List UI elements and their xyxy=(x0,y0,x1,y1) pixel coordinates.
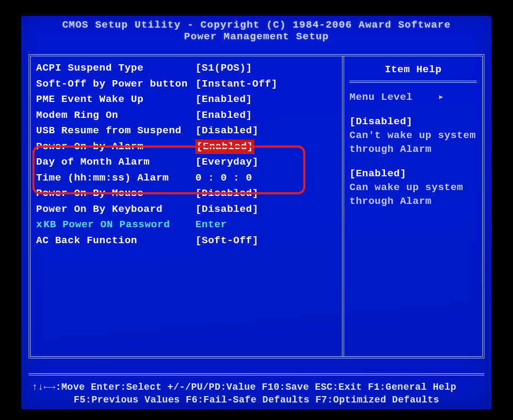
setting-row-disabled: xKB Power ON Password Enter xyxy=(36,217,342,233)
setting-value: [Enabled] xyxy=(195,92,252,107)
setting-row[interactable]: Day of Month Alarm [Everyday] xyxy=(36,155,342,170)
setting-row-selected[interactable]: Power-On by Alarm [Enabled] xyxy=(36,139,342,155)
setting-label: USB Resume from Suspend xyxy=(36,124,189,139)
setting-label: ACPI Suspend Type xyxy=(36,61,189,76)
key-help-row-2: F5:Previous Values F6:Fail-Safe Defaults… xyxy=(29,393,484,406)
disabled-marker-icon: x xyxy=(36,218,44,233)
setting-value: [Disabled] xyxy=(195,202,259,217)
setting-row[interactable]: Time (hh:mm:ss) Alarm 0 : 0 : 0 xyxy=(36,170,342,186)
setting-value: [Instant-Off] xyxy=(195,77,278,92)
setting-label: Power On By Keyboard xyxy=(36,202,189,217)
setting-value: [Disabled] xyxy=(195,124,259,139)
setting-value: [Enabled] xyxy=(195,140,254,155)
setting-label: Soft-Off by Power button xyxy=(36,77,189,92)
setting-label: AC Back Function xyxy=(36,234,189,248)
header: CMOS Setup Utility - Copyright (C) 1984-… xyxy=(21,16,492,47)
bios-screen: CMOS Setup Utility - Copyright (C) 1984-… xyxy=(21,16,492,409)
setting-value: 0 : 0 : 0 xyxy=(195,171,252,186)
item-help-panel: Item Help Menu Level ▸ [Disabled] Can't … xyxy=(344,56,482,356)
help-opt-enabled-head: [Enabled] xyxy=(349,167,477,181)
setting-label: Time (hh:mm:ss) Alarm xyxy=(36,171,189,186)
setting-value: Enter xyxy=(195,218,227,233)
help-opt-disabled-head: [Disabled] xyxy=(349,115,477,128)
key-help-bar: ↑↓←→:Move Enter:Select +/-/PU/PD:Value F… xyxy=(29,373,484,406)
chevron-right-icon: ▸ xyxy=(438,91,444,103)
setting-label: Day of Month Alarm xyxy=(36,155,189,170)
setting-row[interactable]: Power On By Keyboard [Disabled] xyxy=(36,202,342,218)
menu-level-label: Menu Level xyxy=(349,91,413,103)
main-frame: ACPI Suspend Type [S1(POS)] Soft-Off by … xyxy=(29,54,484,358)
setting-row[interactable]: PME Event Wake Up [Enabled] xyxy=(36,92,342,108)
setting-value: [Disabled] xyxy=(195,186,259,201)
setting-value: [Soft-Off] xyxy=(195,234,259,248)
setting-row[interactable]: ACPI Suspend Type [S1(POS)] xyxy=(36,61,342,76)
setting-row[interactable]: Soft-Off by Power button [Instant-Off] xyxy=(36,76,342,92)
setting-label: PME Event Wake Up xyxy=(36,92,189,107)
setting-value: [S1(POS)] xyxy=(195,61,252,76)
setting-row[interactable]: AC Back Function [Soft-Off] xyxy=(36,233,342,249)
page-title: Power Management Setup xyxy=(21,31,492,42)
setting-label: KB Power ON Password xyxy=(44,218,189,233)
setting-value: [Everyday] xyxy=(195,155,259,170)
help-text: Can't wake up system xyxy=(349,128,477,142)
menu-level: Menu Level ▸ xyxy=(349,89,477,104)
setting-label: Power On By Mouse xyxy=(36,186,189,201)
key-help-row-1: ↑↓←→:Move Enter:Select +/-/PU/PD:Value F… xyxy=(29,381,484,393)
item-help-title: Item Help xyxy=(349,61,477,83)
help-text: through Alarm xyxy=(349,142,477,156)
setting-label: Power-On by Alarm xyxy=(36,140,189,155)
setting-row[interactable]: Power On By Mouse [Disabled] xyxy=(36,186,342,202)
setting-value: [Enabled] xyxy=(195,108,252,123)
help-text: Can wake up system xyxy=(349,181,477,194)
util-title: CMOS Setup Utility - Copyright (C) 1984-… xyxy=(21,19,492,31)
setting-label: Modem Ring On xyxy=(36,108,189,123)
setting-row[interactable]: Modem Ring On [Enabled] xyxy=(36,108,342,124)
setting-row[interactable]: USB Resume from Suspend [Disabled] xyxy=(36,123,342,139)
help-text: through Alarm xyxy=(349,194,477,208)
settings-panel: ACPI Suspend Type [S1(POS)] Soft-Off by … xyxy=(31,56,344,356)
